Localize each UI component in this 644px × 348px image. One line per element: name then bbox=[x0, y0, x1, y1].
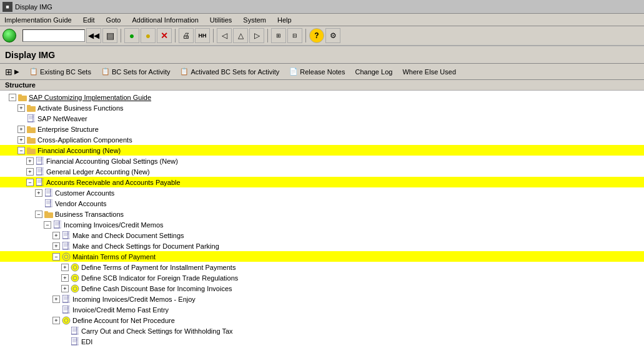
svg-rect-77 bbox=[71, 327, 77, 334]
folder-icon bbox=[26, 136, 36, 144]
expand-button[interactable]: + bbox=[35, 189, 42, 197]
history-btn[interactable]: ▤ bbox=[102, 28, 117, 43]
tree-item-label: Cross-Application Components bbox=[37, 136, 132, 144]
tree-item[interactable]: +Make and Check Document Settings bbox=[0, 230, 644, 241]
expand-button[interactable]: − bbox=[35, 211, 42, 218]
where-else-used-label: Where Else Used bbox=[402, 68, 456, 76]
expand-button[interactable]: + bbox=[26, 157, 34, 165]
stop-btn[interactable]: ✕ bbox=[157, 28, 172, 43]
menu-utilities[interactable]: Utilities bbox=[208, 16, 234, 24]
settings-btn[interactable]: ⚙ bbox=[325, 28, 340, 43]
expand-button[interactable]: + bbox=[17, 126, 25, 133]
tree-item[interactable]: −Financial Accounting (New) bbox=[0, 145, 644, 156]
tree-item[interactable]: −Accounts Receivable and Accounts Payabl… bbox=[0, 177, 644, 187]
tree-item-label: Activate Business Functions bbox=[37, 104, 124, 112]
expand-button[interactable]: + bbox=[61, 274, 69, 282]
tree-item[interactable]: Carry Out and Check Settings for Withhol… bbox=[0, 326, 644, 336]
expand-button[interactable]: − bbox=[9, 94, 16, 101]
tree-item[interactable]: SAP NetWeaver bbox=[0, 113, 644, 124]
tree-item[interactable]: −Business Transactions bbox=[0, 209, 644, 219]
command-input[interactable] bbox=[22, 29, 85, 42]
expand-button[interactable]: − bbox=[17, 147, 25, 154]
activated-bc-sets[interactable]: 📋 Activated BC Sets for Activity bbox=[180, 67, 279, 76]
expand-button[interactable]: + bbox=[17, 136, 25, 144]
tree-item[interactable]: −Maintain Terms of Payment bbox=[0, 251, 644, 262]
ok-button[interactable] bbox=[2, 29, 16, 42]
menu-goto[interactable]: Goto bbox=[104, 16, 123, 24]
document-icon bbox=[44, 199, 54, 208]
tree-item[interactable]: +Make and Check Settings for Document Pa… bbox=[0, 241, 644, 251]
document-icon bbox=[61, 295, 71, 304]
tree-item[interactable]: +Incoming Invoices/Credit Memos - Enjoy bbox=[0, 294, 644, 304]
print-btn[interactable]: 🖨 bbox=[179, 28, 194, 43]
tree-item-label: Enterprise Structure bbox=[37, 126, 99, 133]
tree-item[interactable]: +Cross-Application Components bbox=[0, 134, 644, 145]
tree-item[interactable]: EDI bbox=[0, 336, 644, 347]
pause-btn[interactable]: ● bbox=[141, 28, 156, 43]
expand-button[interactable]: + bbox=[52, 242, 60, 250]
tree-item[interactable]: +Define Terms of Payment for Installment… bbox=[0, 262, 644, 272]
svg-point-61 bbox=[71, 274, 79, 282]
window-btn2[interactable]: ⊟ bbox=[287, 28, 302, 43]
bc-sets-activity-label: BC Sets for Activity bbox=[112, 68, 171, 76]
expand-button[interactable]: + bbox=[26, 168, 34, 176]
window-btn1[interactable]: ⊞ bbox=[271, 28, 286, 43]
menu-help[interactable]: Help bbox=[275, 16, 294, 24]
folder-icon bbox=[26, 125, 36, 134]
existing-bc-sets[interactable]: 📋 Existing BC Sets bbox=[29, 67, 91, 76]
expand-button[interactable]: − bbox=[26, 179, 34, 186]
tree-item-label: Financial Accounting (New) bbox=[37, 147, 121, 154]
back-btn[interactable]: ◀◀ bbox=[86, 28, 101, 43]
tree-item[interactable]: Vendor Accounts bbox=[0, 198, 644, 209]
release-notes[interactable]: 📄 Release Notes bbox=[289, 67, 345, 76]
expand-button[interactable]: + bbox=[61, 264, 69, 271]
menu-additional-information[interactable]: Additional Information bbox=[130, 16, 200, 24]
svg-rect-3 bbox=[27, 105, 31, 107]
expand-button[interactable]: + bbox=[61, 285, 69, 292]
save-btn[interactable]: HH bbox=[195, 28, 210, 43]
tree-item[interactable]: +Define Account for Net Procedure bbox=[0, 315, 644, 326]
expand-button[interactable]: + bbox=[52, 232, 60, 239]
document-icon bbox=[70, 327, 80, 336]
bc-toolbar: ⊞ ▶ 📋 Existing BC Sets 📋 BC Sets for Act… bbox=[0, 64, 644, 80]
menu-implementation-guide[interactable]: Implementation Guide bbox=[2, 16, 74, 24]
svg-rect-52 bbox=[62, 242, 68, 249]
tree-item[interactable]: +Define Cash Discount Base for Incoming … bbox=[0, 283, 644, 294]
svg-rect-30 bbox=[45, 189, 51, 196]
tree-item[interactable]: +Customer Accounts bbox=[0, 187, 644, 198]
circle-doc-icon bbox=[70, 284, 80, 293]
change-log[interactable]: Change Log bbox=[355, 68, 392, 76]
tree-item[interactable]: +Financial Accounting Global Settings (N… bbox=[0, 156, 644, 166]
tree-item[interactable]: +Define SCB Indicator for Foreign Trade … bbox=[0, 272, 644, 283]
tree-item[interactable]: Invoice/Credit Memo Fast Entry bbox=[0, 304, 644, 315]
change-log-label: Change Log bbox=[355, 68, 392, 76]
nav-left[interactable]: ◁ bbox=[217, 28, 232, 43]
bc-sets-toggle[interactable]: ⊞ ▶ bbox=[5, 67, 19, 77]
document-icon bbox=[35, 167, 45, 176]
tree-item-label: Incoming Invoices/Credit Memos bbox=[64, 221, 164, 229]
bc-sets-activity[interactable]: 📋 BC Sets for Activity bbox=[101, 67, 171, 76]
expand-button[interactable]: + bbox=[52, 296, 60, 303]
menu-system[interactable]: System bbox=[241, 16, 268, 24]
expand-button[interactable]: − bbox=[52, 253, 60, 261]
tree-item[interactable]: +Enterprise Structure bbox=[0, 124, 644, 134]
expand-button[interactable]: − bbox=[44, 221, 51, 229]
document-icon bbox=[52, 221, 62, 229]
expand-button[interactable]: + bbox=[17, 104, 25, 112]
tree-item-label: Accounts Receivable and Accounts Payable bbox=[46, 179, 181, 186]
tree-item[interactable]: −SAP Customizing Implementation Guide bbox=[0, 92, 644, 102]
nav-up[interactable]: △ bbox=[233, 28, 248, 43]
nav-right[interactable]: ▷ bbox=[249, 28, 264, 43]
tree-item[interactable]: +Activate Business Functions bbox=[0, 102, 644, 113]
document-icon bbox=[61, 231, 71, 240]
existing-bc-sets-label: Existing BC Sets bbox=[40, 68, 91, 76]
help-btn[interactable]: ? bbox=[309, 28, 324, 43]
menu-edit[interactable]: Edit bbox=[81, 16, 97, 24]
folder-icon bbox=[44, 210, 54, 219]
tree-item[interactable]: +General Ledger Accounting (New) bbox=[0, 166, 644, 177]
expand-button[interactable]: + bbox=[52, 317, 60, 324]
release-notes-label: Release Notes bbox=[300, 68, 345, 76]
forward-btn[interactable]: ● bbox=[124, 28, 139, 43]
tree-item[interactable]: −Incoming Invoices/Credit Memos bbox=[0, 219, 644, 230]
where-else-used[interactable]: Where Else Used bbox=[402, 68, 456, 76]
